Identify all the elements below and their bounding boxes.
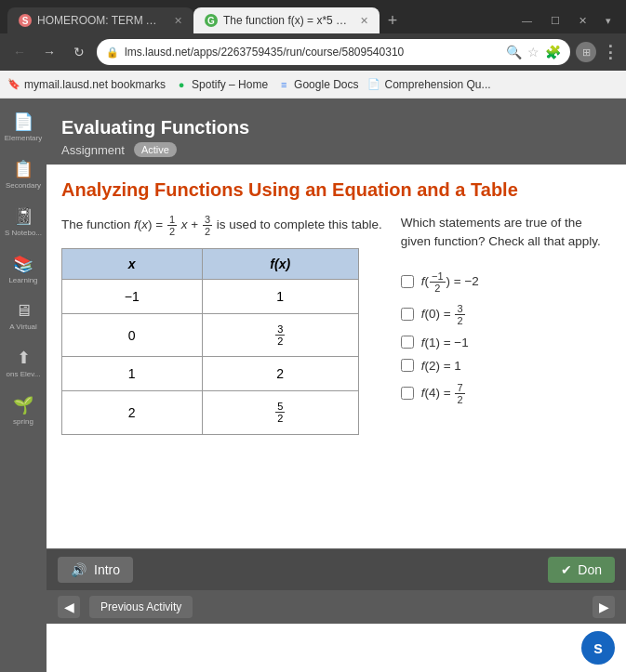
page-title: Evaluating Functions <box>61 110 611 142</box>
bookmark-mymail[interactable]: 🔖 mymail.lausd.net bookmarks <box>7 78 166 91</box>
checkmark-icon: ✔ <box>561 562 572 577</box>
activity-title: Analyzing Functions Using an Equation an… <box>61 179 611 201</box>
sidebar-label-learning: Learning <box>8 276 37 284</box>
bookmark-star-icon[interactable]: ☆ <box>527 45 539 59</box>
sidebar-label-elevate: ons Elev... <box>7 370 41 378</box>
sidebar-icon-learning: 📚 <box>13 254 33 274</box>
check-label-4: f(2) = 1 <box>421 359 461 373</box>
checkbox-opt3[interactable] <box>401 336 414 349</box>
table-row: 0 32 <box>62 314 359 357</box>
bookmark-comprehension[interactable]: 📄 Comprehension Qu... <box>367 78 490 91</box>
intro-button-label: Intro <box>94 562 120 577</box>
fraction-half: 12 <box>167 214 177 237</box>
cell-frac-3-2: 32 <box>275 323 285 347</box>
bookmarks-bar: 🔖 mymail.lausd.net bookmarks ● Spotify –… <box>0 71 626 99</box>
which-question: Which statements are true of the given f… <box>401 214 611 252</box>
back-button[interactable]: ← <box>7 40 32 64</box>
sidebar-icon-spring: 🌱 <box>13 395 33 415</box>
bottom-bar: 🔊 Intro ✔ Don <box>47 548 626 590</box>
checkbox-opt1[interactable] <box>401 275 414 288</box>
sidebar-item-learning[interactable]: 📚 Learning <box>3 248 44 290</box>
checkbox-opt4[interactable] <box>401 359 414 372</box>
function-table: x f(x) −1 1 0 3 <box>61 248 359 434</box>
sidebar-label-spring: spring <box>13 417 33 426</box>
bookmark-google-docs[interactable]: ≡ Google Docs <box>277 78 358 91</box>
tab-close-function[interactable]: ✕ <box>354 15 368 27</box>
sidebar-icon-notebook: 📓 <box>13 206 33 227</box>
cell-frac-5-2: 52 <box>275 401 285 424</box>
tab-homeroom[interactable]: S HOMEROOM: TERM AS-PERIOD... ✕ <box>7 7 193 33</box>
maximize-button[interactable]: ☐ <box>543 7 567 33</box>
page-subtitle-row: Assignment Active <box>61 142 611 165</box>
tab-title-function: The function f(x) = x*5 + (x + 3)^... <box>223 14 349 27</box>
check-label-2: f(0) = 32 <box>421 303 466 326</box>
frac-neg-half: −12 <box>430 270 446 294</box>
reload-button[interactable]: ↻ <box>67 40 91 64</box>
speaker-icon: 🔊 <box>71 562 87 577</box>
table-cell-x4: 2 <box>62 391 203 434</box>
close-window-button[interactable]: ✕ <box>571 7 594 33</box>
sidebar-item-spring[interactable]: 🌱 spring <box>3 389 44 431</box>
tab-icon-function: G <box>205 14 218 27</box>
check-option-1: f(−12) = −2 <box>401 270 611 294</box>
check-label-3: f(1) = −1 <box>421 336 469 349</box>
left-column: The function f(x) = 12 x + 32 is used to… <box>61 214 382 435</box>
right-arrow-button[interactable]: ▶ <box>593 596 615 618</box>
sidebar: 📄 Elementary 📋 Secondary 📓 S Notebo... 📚… <box>0 99 47 672</box>
forward-button[interactable]: → <box>37 40 61 64</box>
extension-icon[interactable]: 🧩 <box>545 45 561 59</box>
check-label-1: f(−12) = −2 <box>421 270 479 294</box>
bookmark-label-spotify: Spotify – Home <box>192 78 268 91</box>
table-cell-fx4: 52 <box>202 391 358 434</box>
sidebar-icon-secondary: 📋 <box>13 159 33 179</box>
nav-bar-right: ▶ <box>593 596 615 618</box>
check-option-5: f(4) = 72 <box>401 382 611 405</box>
main-layout: 📄 Elementary 📋 Secondary 📓 S Notebo... 📚… <box>0 99 626 672</box>
done-button[interactable]: ✔ Don <box>548 557 615 583</box>
menu-button[interactable]: ⋮ <box>602 42 619 62</box>
bookmark-icon-gdocs: ≡ <box>277 78 290 91</box>
search-icon[interactable]: 🔍 <box>506 45 522 59</box>
content-area: Evaluating Functions Assignment Active A… <box>47 99 626 672</box>
checkbox-opt5[interactable] <box>401 387 414 400</box>
sidebar-item-notebook[interactable]: 📓 S Notebo... <box>3 201 44 243</box>
sidebar-item-elementary[interactable]: 📄 Elementary <box>3 106 44 148</box>
table-cell-fx2: 32 <box>202 314 358 357</box>
sidebar-label-notebook: S Notebo... <box>5 229 42 237</box>
nav-bar: ◀ Previous Activity ▶ <box>47 590 626 624</box>
minimize-button[interactable]: — <box>514 7 539 33</box>
address-box[interactable]: 🔒 lms.lausd.net/apps/2263759435/run/cour… <box>97 39 570 65</box>
chevron-down-icon[interactable]: ▾ <box>598 7 619 33</box>
sidebar-icon-virtual: 🖥 <box>15 301 32 321</box>
sidebar-item-virtual[interactable]: 🖥 A Virtual <box>3 296 44 336</box>
checkbox-opt2[interactable] <box>401 308 414 321</box>
check-option-4: f(2) = 1 <box>401 359 611 373</box>
tab-icon-homeroom: S <box>19 14 32 27</box>
new-tab-button[interactable]: + <box>380 7 406 33</box>
check-option-2: f(0) = 32 <box>401 303 611 326</box>
page-header: Evaluating Functions Assignment Active <box>47 99 626 165</box>
frac-3-2-opt2: 32 <box>455 303 464 326</box>
tab-close-homeroom[interactable]: ✕ <box>168 15 182 27</box>
sidebar-item-elevate[interactable]: ⬆ ons Elev... <box>3 342 44 384</box>
lock-icon: 🔒 <box>106 46 119 59</box>
sidebar-item-secondary[interactable]: 📋 Secondary <box>3 153 44 195</box>
frac-7-2-opt5: 72 <box>455 382 464 405</box>
footer-row: s <box>47 624 626 672</box>
user-avatar[interactable]: s <box>581 631 615 665</box>
address-actions: 🔍 ☆ 🧩 <box>506 45 561 59</box>
table-cell-fx3: 2 <box>202 357 358 391</box>
address-bar-row: ← → ↻ 🔒 lms.lausd.net/apps/2263759435/ru… <box>0 33 626 71</box>
table-cell-x3: 1 <box>62 357 203 391</box>
profile-button[interactable]: ⊞ <box>576 42 596 62</box>
table-cell-x1: −1 <box>62 280 203 314</box>
tab-function[interactable]: G The function f(x) = x*5 + (x + 3)^... … <box>193 7 380 33</box>
intro-button[interactable]: 🔊 Intro <box>58 557 133 583</box>
fraction-three-halves: 32 <box>203 214 212 237</box>
window-controls: — ☐ ✕ ▾ <box>514 7 619 33</box>
assignment-label: Assignment <box>61 143 125 157</box>
left-arrow-button[interactable]: ◀ <box>58 596 80 618</box>
table-cell-fx1: 1 <box>202 280 358 314</box>
bookmark-spotify[interactable]: ● Spotify – Home <box>175 78 268 91</box>
previous-activity-button[interactable]: Previous Activity <box>89 596 193 618</box>
